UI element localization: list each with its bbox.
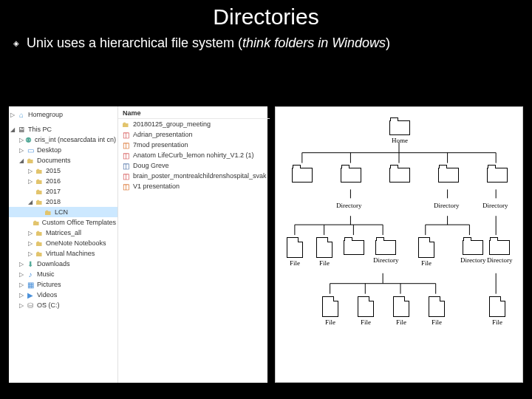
content-item[interactable]: ◫brain_poster_montrealchildrenshospital_… (118, 171, 270, 181)
node-label: File (358, 318, 374, 326)
node-label: Directory (460, 256, 485, 264)
node-directory: Directory (487, 240, 512, 264)
content-item[interactable]: ◫Anatom LifeCurb_lemon nohirty_V1.2 (1) (118, 150, 270, 160)
content-pane: Name 🖿20180125_group_meeting ◫Adrian_pre… (118, 106, 270, 383)
nav-desktop[interactable]: ▷▭Desktop (9, 145, 117, 155)
nav-2015[interactable]: ▷🖿2015 (9, 166, 117, 176)
node-label: Directory (336, 202, 361, 209)
nav-documents[interactable]: ◢🖿Documents (9, 155, 117, 166)
bullet-row: ◈ Unix uses a hierarchical file system (… (0, 30, 532, 51)
node-file: File (358, 296, 374, 326)
node-label: File (322, 318, 338, 326)
node-directory: Directory (336, 200, 361, 209)
content-item[interactable]: ◫Adrian_presentation (118, 129, 270, 140)
node-label: Directory (434, 202, 459, 209)
node-label: Directory (487, 256, 512, 264)
disk-icon: ⛁ (26, 301, 35, 310)
nav-pictures[interactable]: ▷▦Pictures (9, 279, 117, 290)
slide-title: Directories (0, 0, 532, 30)
nav-network-drive[interactable]: ▷⚉cris_int (ncesarcdata int cn) (9, 134, 117, 145)
node-directory: Directory (460, 240, 485, 264)
item-label: Doug Greve (133, 162, 169, 169)
node-file: File (316, 237, 332, 267)
item-label: V1 presentation (133, 183, 180, 190)
folder-icon: 🖿 (33, 218, 40, 227)
nav-label: Homegroup (28, 111, 63, 118)
desktop-icon: ▭ (26, 146, 35, 154)
nav-label: LCN (55, 208, 68, 216)
nav-lcn[interactable]: 🖿LCN (9, 207, 117, 217)
node-label: File (393, 318, 409, 326)
folder-icon: 🖿 (35, 228, 44, 237)
folder-icon: 🖿 (121, 120, 130, 129)
node-label: Directory (373, 256, 398, 264)
bullet-end: ) (386, 35, 390, 50)
nav-matrices[interactable]: ▷🖿Matrices_all (9, 228, 117, 238)
node-label: File (287, 259, 303, 267)
node-directory: Directory (434, 200, 459, 209)
nav-2017[interactable]: 🖿2017 (9, 186, 117, 197)
nav-onenote[interactable]: ▷🖿OneNote Notebooks (9, 238, 117, 248)
nav-label: 2017 (46, 188, 61, 195)
node-folder (344, 240, 364, 255)
folder-icon: 🖿 (35, 177, 44, 185)
nav-videos[interactable]: ▷▶Videos (9, 290, 117, 300)
ppt-icon: ◫ (121, 140, 130, 149)
folder-icon: 🖿 (35, 197, 44, 206)
nav-2018[interactable]: ◢🖿2018 (9, 197, 117, 207)
nav-label: Documents (37, 157, 71, 164)
nav-label: Custom Office Templates (42, 219, 116, 226)
nav-downloads[interactable]: ▷⬇Downloads (9, 259, 117, 269)
content-item[interactable]: 🖿20180125_group_meeting (118, 119, 270, 129)
content-item[interactable]: ◫7mod presentation (118, 140, 270, 150)
node-folder (292, 168, 313, 183)
node-label: File (489, 318, 505, 326)
node-file: File (287, 237, 303, 267)
nav-vms[interactable]: ▷🖿Virtual Machines (9, 248, 117, 259)
nav-homegroup[interactable]: ▷⌂Homegroup (9, 109, 117, 120)
nav-label: Matrices_all (46, 229, 81, 236)
nav-label: Downloads (37, 260, 70, 267)
nav-label: OneNote Notebooks (46, 239, 106, 247)
videos-icon: ▶ (26, 290, 35, 299)
nav-label: This PC (28, 126, 52, 133)
nav-custom-templates[interactable]: 🖿Custom Office Templates (9, 217, 117, 228)
nav-label: Music (37, 270, 55, 278)
node-folder (487, 168, 508, 183)
node-file: File (429, 296, 445, 326)
nav-label: 2016 (46, 177, 61, 185)
folder-icon: 🖿 (35, 239, 44, 248)
node-label: Directory (482, 202, 508, 209)
documents-icon: 🖿 (26, 156, 35, 165)
content-item[interactable]: ◫Doug Greve (118, 160, 270, 171)
pdf-icon: ◫ (121, 151, 130, 160)
content-item[interactable]: ◫V1 presentation (118, 181, 270, 191)
node-label: File (316, 259, 332, 267)
node-label: File (418, 259, 434, 267)
bullet-text: Unix uses a hierarchical file system (th… (27, 35, 390, 51)
nav-this-pc[interactable]: ◢🖥This PC (9, 124, 117, 134)
nav-music[interactable]: ▷♪Music (9, 269, 117, 279)
nav-label: Virtual Machines (46, 250, 95, 257)
nav-2016[interactable]: ▷🖿2016 (9, 176, 117, 186)
node-file: File (322, 296, 338, 326)
item-label: brain_poster_montrealchildrenshospital_s… (133, 172, 267, 180)
music-icon: ♪ (26, 270, 35, 279)
folder-icon: 🖿 (44, 208, 52, 216)
nav-label: OS (C:) (37, 301, 60, 309)
ppt-icon: ◫ (121, 182, 130, 191)
node-home: Home (389, 120, 410, 144)
node-folder (341, 168, 361, 183)
node-file: File (418, 237, 434, 267)
bullet-plain: Unix uses a hierarchical file system ( (27, 35, 242, 50)
item-label: Anatom LifeCurb_lemon nohirty_V1.2 (1) (133, 151, 254, 159)
node-file: File (489, 296, 505, 326)
folder-icon: 🖿 (35, 187, 44, 196)
nav-osc[interactable]: ▷⛁OS (C:) (9, 300, 117, 310)
bullet-italic: think folders in Windows (242, 35, 386, 50)
homegroup-icon: ⌂ (17, 110, 26, 119)
pdf-icon: ◫ (121, 171, 130, 180)
nav-label: 2015 (46, 167, 61, 174)
content-header-name[interactable]: Name (118, 108, 270, 119)
item-label: Adrian_presentation (133, 131, 193, 138)
